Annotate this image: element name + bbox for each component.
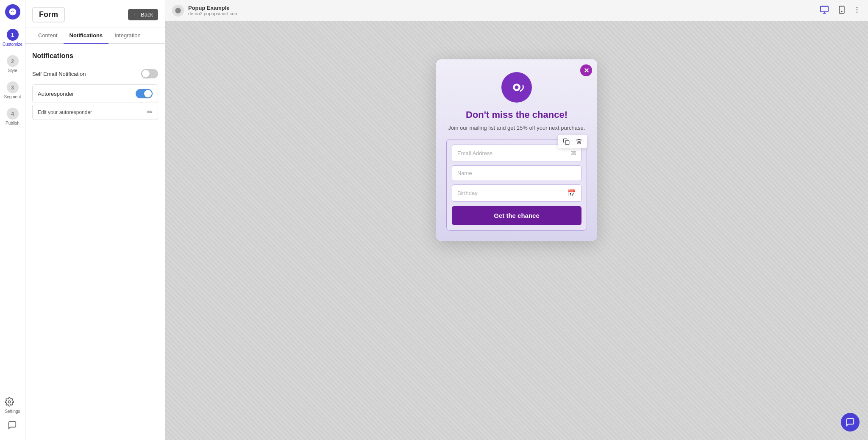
popup-subtext: Join our mailing list and get 15% off yo… — [446, 124, 587, 132]
back-button[interactable]: ← Back — [128, 9, 158, 20]
copy-block-button[interactable] — [561, 136, 572, 147]
autoresponder-track — [136, 89, 153, 98]
notifications-panel: Notifications Self Email Notification Au… — [25, 44, 165, 134]
popup-modal: ✕ Don't miss the chance! Join our mailin… — [436, 59, 597, 241]
popup-body: Don't miss the chance! Join our mailing … — [436, 59, 597, 241]
panel-header: Form ← Back — [25, 0, 165, 28]
mobile-device-button[interactable] — [836, 3, 848, 18]
desktop-device-button[interactable] — [818, 3, 831, 18]
edit-pencil-icon[interactable]: ✏ — [147, 108, 153, 116]
popup-logo — [501, 72, 532, 103]
chat-fab-button[interactable] — [841, 413, 860, 432]
self-email-track — [141, 69, 158, 78]
svg-point-10 — [857, 11, 858, 13]
svg-point-0 — [9, 8, 16, 16]
popup-close-button[interactable]: ✕ — [580, 64, 592, 76]
autoresponder-toggle[interactable] — [136, 89, 153, 98]
name-placeholder: Name — [457, 170, 472, 176]
autoresponder-box: Autoresponder — [32, 84, 158, 103]
nav-step-customize[interactable]: 1 Customize — [2, 26, 24, 49]
edit-autoresponder-label: Edit your autoresponder — [38, 109, 92, 115]
svg-point-1 — [8, 401, 11, 403]
calendar-icon: 📅 — [568, 189, 576, 197]
self-email-row: Self Email Notification — [32, 67, 158, 81]
site-favicon — [172, 5, 184, 17]
popup-submit-button[interactable]: Get the chance — [452, 206, 581, 225]
tab-integration[interactable]: Integration — [108, 28, 146, 44]
popup-edit-bar — [558, 135, 587, 148]
svg-point-9 — [857, 9, 858, 10]
nav-step-style[interactable]: 2 Style — [2, 53, 24, 75]
autoresponder-label: Autoresponder — [38, 91, 74, 97]
self-email-toggle[interactable] — [141, 69, 158, 78]
svg-point-8 — [857, 6, 858, 7]
site-name: Popup Example — [188, 5, 239, 11]
site-info-group: Popup Example demo2.popupsmart.com — [172, 5, 239, 17]
email-icon: ✉ — [570, 149, 576, 157]
nav-step-segment[interactable]: 3 Segment — [2, 79, 24, 102]
device-toggle-group — [818, 3, 861, 18]
panel: Form ← Back Content Notifications Integr… — [25, 0, 165, 440]
tab-content[interactable]: Content — [32, 28, 64, 44]
settings-label: Settings — [5, 409, 20, 414]
sidebar-nav: 1 Customize 2 Style 3 Segment 4 Publish … — [0, 0, 25, 440]
svg-point-7 — [841, 11, 842, 12]
site-url: demo2.popupsmart.com — [188, 11, 239, 16]
delete-block-button[interactable] — [573, 136, 584, 147]
nav-step-publish[interactable]: 4 Publish — [2, 105, 24, 128]
popup-form-box: Email Address ✉ Name Birthday 📅 Get the … — [446, 139, 587, 231]
notifications-title: Notifications — [32, 52, 158, 60]
preview-area: Popup Example demo2.popupsmart.com ✕ — [165, 0, 868, 440]
chat-support-button[interactable] — [8, 421, 17, 432]
svg-point-2 — [175, 8, 181, 13]
popup-headline: Don't miss the chance! — [446, 109, 587, 120]
self-email-thumb — [142, 70, 150, 78]
panel-tabs: Content Notifications Integration — [25, 28, 165, 44]
preview-topbar: Popup Example demo2.popupsmart.com — [165, 0, 868, 21]
tab-notifications[interactable]: Notifications — [64, 28, 109, 44]
svg-rect-3 — [821, 6, 828, 11]
svg-rect-14 — [565, 141, 569, 145]
svg-point-13 — [515, 86, 519, 89]
app-logo[interactable] — [5, 4, 20, 19]
email-placeholder: Email Address — [457, 150, 492, 156]
more-options-button[interactable] — [853, 6, 861, 16]
edit-autoresponder-row[interactable]: Edit your autoresponder ✏ — [32, 105, 158, 120]
settings-nav-button[interactable]: Settings — [5, 397, 20, 414]
name-field-display[interactable]: Name — [452, 165, 581, 181]
birthday-field-display[interactable]: Birthday 📅 — [452, 184, 581, 202]
autoresponder-row: Autoresponder — [38, 89, 153, 98]
self-email-label: Self Email Notification — [32, 71, 86, 77]
panel-title: Form — [32, 7, 65, 22]
autoresponder-thumb — [144, 90, 152, 97]
birthday-placeholder: Birthday — [457, 190, 478, 196]
